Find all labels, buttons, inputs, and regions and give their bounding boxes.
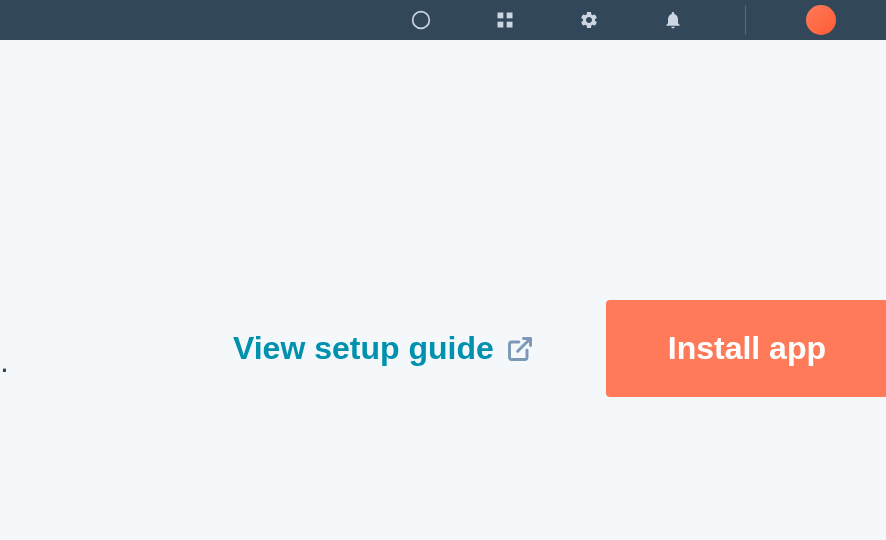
nav-divider [745,6,746,34]
svg-rect-2 [507,13,513,19]
main-content: . View setup guide Install app [0,40,886,540]
svg-rect-3 [498,22,504,28]
actions-row: View setup guide Install app [0,300,886,397]
top-nav [0,0,886,40]
svg-rect-1 [498,13,504,19]
svg-rect-4 [507,22,513,28]
svg-point-0 [413,12,430,29]
nav-icon-placeholder[interactable] [409,8,433,32]
install-app-button[interactable]: Install app [606,300,886,397]
view-setup-guide-link[interactable]: View setup guide [233,330,534,367]
nav-gear-icon[interactable] [577,8,601,32]
svg-line-5 [517,338,530,351]
setup-guide-label: View setup guide [233,330,494,367]
nav-grid-icon[interactable] [493,8,517,32]
nav-bell-icon[interactable] [661,8,685,32]
external-link-icon [506,335,534,363]
user-avatar[interactable] [806,5,836,35]
